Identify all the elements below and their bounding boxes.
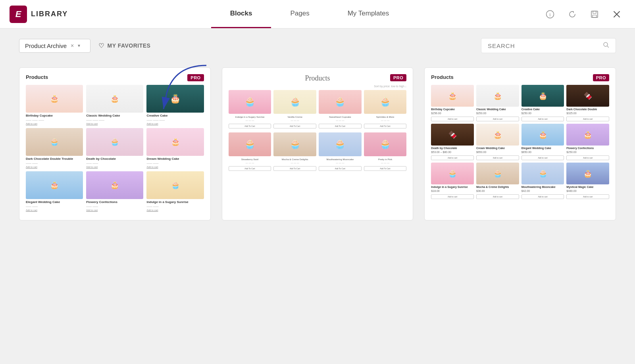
nav-tabs: Blocks Pages My Templates <box>87 0 532 28</box>
header-actions: i <box>532 7 635 21</box>
pro-badge-1: PRO <box>187 74 204 81</box>
product-item: 🧁 Pretty in Pink — — — Add To Cart <box>364 132 407 171</box>
card1-title: Products <box>26 74 204 80</box>
product-item: 🎂 Birthday Cupcake —— —— —— Add to cart <box>26 85 83 125</box>
product-image: 🎂 <box>566 124 609 146</box>
product-image: 🧁 <box>476 163 519 184</box>
main-content: PRO Products 🎂 Birthday Cupcake —— —— ——… <box>0 61 635 227</box>
product-item: 🎂 Classic Wedding Cake —— —— —— Add to c… <box>86 85 143 125</box>
product-item: 🎂 Dream Wedding Cake —— —— Add to cart <box>146 128 204 168</box>
tab-pages[interactable]: Pages <box>271 0 328 28</box>
product-item: 🎂 Birthday Cupcake $256.00 Add to cart <box>431 85 474 121</box>
save-button[interactable] <box>587 7 602 21</box>
template-card-2[interactable]: PRO Products Sort by price: low to high … <box>222 67 414 220</box>
product-image: 🧁 <box>86 128 143 156</box>
dropdown-label: Product Archive <box>25 42 67 49</box>
product-image: 🧁 <box>146 171 204 199</box>
refresh-button[interactable] <box>565 7 579 21</box>
product-image: 🧁 <box>319 90 362 114</box>
svg-text:i: i <box>549 11 551 17</box>
category-dropdown[interactable]: Product Archive × ▾ <box>19 39 90 53</box>
elementor-logo-icon: E <box>10 6 27 23</box>
product-item: 🧁 Indulge in a Sugary Sunrise — — — Add … <box>229 90 271 128</box>
product-image: 🧁 <box>229 90 271 114</box>
product-image: 🎂 <box>431 85 474 107</box>
product-image: 🎂 <box>86 85 143 113</box>
product-item: 🧁 Indulge in a Sugary Sunrise —— —— Add … <box>146 171 204 211</box>
svg-rect-4 <box>593 15 597 17</box>
product-item: 🧁 Vanilla Creme — — — Add To Cart <box>273 90 316 128</box>
card2-title: Products <box>305 74 330 82</box>
heart-icon: ♡ <box>98 42 104 50</box>
product-image: 🍫 <box>431 124 474 146</box>
product-item: 🧁 Death by Chocolate —— —— Add to cart <box>86 128 143 168</box>
logo-area: E LIBRARY <box>0 6 87 23</box>
header: E LIBRARY Blocks Pages My Templates i <box>0 0 635 29</box>
logo-text: LIBRARY <box>31 10 68 18</box>
product-image: 🧁 <box>26 128 83 156</box>
card3-content: Products 🎂 Birthday Cupcake $256.00 Add … <box>431 74 609 199</box>
product-item: 🧁 Sweetheart Cupcake — — — Add To Cart <box>319 90 362 128</box>
pro-badge-3: PRO <box>593 74 609 81</box>
product-item: 🧁 Mouthwatering Mooncake $42.00 Add to c… <box>521 163 564 199</box>
search-area <box>481 38 616 53</box>
product-item: 🎂 Elegant Wedding Cake —— —— Add to cart <box>26 171 83 211</box>
svg-line-8 <box>607 46 609 48</box>
product-item: 🎂 Classic Wedding Cake $250.00 Add to ca… <box>476 85 519 121</box>
card1-content: Products 🎂 Birthday Cupcake —— —— —— Add… <box>26 74 204 211</box>
product-image: 🍫 <box>566 85 609 107</box>
template-card-3[interactable]: PRO Products 🎂 Birthday Cupcake $256.00 … <box>424 67 616 220</box>
card1-product-grid: 🎂 Birthday Cupcake —— —— —— Add to cart … <box>26 85 204 211</box>
product-item: 🍫 Death by Chocolate $53.00 – $80.00 Add… <box>431 124 474 160</box>
card3-title: Products <box>431 74 609 80</box>
card3-product-grid: 🎂 Birthday Cupcake $256.00 Add to cart 🎂… <box>431 85 609 199</box>
product-item: 🍫 Dark Chocolate Double $325.00 Add to c… <box>566 85 609 121</box>
product-image: 🎂 <box>146 85 204 113</box>
favorites-label: MY FAVORITES <box>108 42 151 49</box>
tab-my-templates[interactable]: My Templates <box>329 0 408 28</box>
product-item: 🎂 Cream Wedding Cake $650.00 Add to cart <box>476 124 519 160</box>
product-image: 🎂 <box>476 85 519 107</box>
close-button[interactable] <box>610 7 624 21</box>
product-item: 🧁 Mocha & Creme Delights $36.00 Add to c… <box>476 163 519 199</box>
product-image: 🎂 <box>86 171 143 199</box>
product-item: 🧁 Strawberry Swirl — — — Add To Cart <box>229 132 271 171</box>
product-image: 🧁 <box>364 90 407 114</box>
product-image: 🧁 <box>364 132 407 156</box>
product-image: 🎂 <box>521 85 564 107</box>
product-image: 🧁 <box>431 163 474 184</box>
product-image: 🧁 <box>229 132 271 156</box>
search-input[interactable] <box>488 42 603 49</box>
product-item: 🧁 Mouthwatering Mooncake — — — Add To Ca… <box>319 132 362 171</box>
tab-blocks[interactable]: Blocks <box>211 0 271 28</box>
svg-rect-3 <box>593 11 596 13</box>
chevron-down-icon: ▾ <box>78 43 80 48</box>
product-item: 🎂 Mystical Magic Cake $480.00 Add to car… <box>566 163 609 199</box>
product-item: 🎂 Flowery Confections $250.00 Add to car… <box>566 124 609 160</box>
product-item: 🎂 Flowery Confections —— —— Add to cart <box>86 171 143 211</box>
card2-sort-label: Sort by price: low to high ↓ <box>229 85 407 88</box>
card2-product-grid-row2: 🧁 Strawberry Swirl — — — Add To Cart 🧁 M… <box>229 132 407 171</box>
info-button[interactable]: i <box>543 7 557 21</box>
product-image: 🎂 <box>26 85 83 113</box>
product-image: 🎂 <box>476 124 519 146</box>
product-item: 🎂 Elegant Wedding Cake $650.00 Add to ca… <box>521 124 564 160</box>
template-card-1[interactable]: PRO Products 🎂 Birthday Cupcake —— —— ——… <box>19 67 211 220</box>
product-image: 🧁 <box>521 163 564 184</box>
clear-filter-icon[interactable]: × <box>71 42 74 49</box>
favorites-button[interactable]: ♡ MY FAVORITES <box>98 42 150 50</box>
product-image: 🧁 <box>273 90 316 114</box>
filter-bar: Product Archive × ▾ ♡ MY FAVORITES <box>0 29 635 61</box>
product-item: 🧁 Mocha & Creme Delights — — — Add To Ca… <box>273 132 316 171</box>
product-image: 🎂 <box>521 124 564 146</box>
product-image: 🎂 <box>146 128 204 156</box>
product-image: 🧁 <box>273 132 316 156</box>
product-item: 🧁 Dark Chocolate Double Trouble —— —— Ad… <box>26 128 83 168</box>
product-item: 🎂 Creative Cake $250.00 Add to cart <box>521 85 564 121</box>
product-item: 🧁 Indulge in a Sugary Sunrise $18.00 Add… <box>431 163 474 199</box>
card2-content: Products Sort by price: low to high ↓ 🧁 … <box>229 74 407 171</box>
product-item: 🧁 Sprinkles & More — — — Add To Cart <box>364 90 407 128</box>
product-item: 🎂 Creative Cake —— —— —— Add to cart <box>146 85 204 125</box>
card2-product-grid-row1: 🧁 Indulge in a Sugary Sunrise — — — Add … <box>229 90 407 128</box>
product-image: 🎂 <box>26 171 83 199</box>
